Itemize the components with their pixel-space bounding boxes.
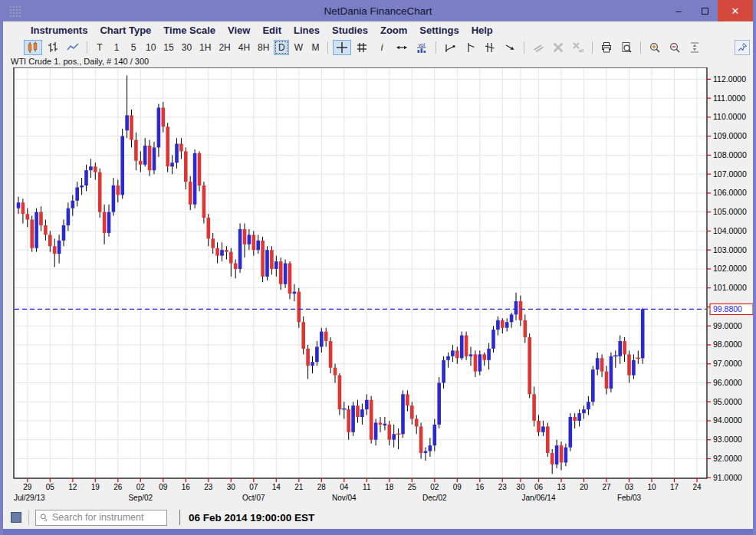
timescale-10m-button[interactable]: 10 xyxy=(143,40,159,55)
delete-line-icon[interactable] xyxy=(549,40,567,55)
svg-text:04: 04 xyxy=(340,483,349,491)
pin-panel-icon[interactable] xyxy=(735,40,750,55)
svg-text:24: 24 xyxy=(692,483,702,491)
x-axis: 2905121926020916233007142128041118250209… xyxy=(14,478,702,502)
svg-text:25: 25 xyxy=(408,483,417,491)
scroll-horizontal-icon[interactable] xyxy=(393,40,411,55)
svg-text:27: 27 xyxy=(602,483,611,491)
menu-item-view[interactable]: View xyxy=(222,25,256,36)
svg-text:Sep/02: Sep/02 xyxy=(128,494,153,502)
parallel-lines-tool-icon[interactable] xyxy=(529,40,547,55)
info-icon[interactable]: i xyxy=(373,40,391,55)
timescale-1m-button[interactable]: 1 xyxy=(109,40,124,55)
svg-text:14: 14 xyxy=(272,483,281,491)
candlestick-chart-icon[interactable] xyxy=(24,40,42,55)
timescale-daily-button[interactable]: D xyxy=(274,40,289,55)
zoom-out-icon[interactable] xyxy=(666,40,684,55)
bar-chart-icon[interactable] xyxy=(44,40,62,55)
menu-item-chart-type[interactable]: Chart Type xyxy=(94,25,157,36)
search-icon xyxy=(39,513,49,523)
timescale-8h-button[interactable]: 8H xyxy=(255,40,272,55)
current-price-label: 99.8800 xyxy=(710,304,753,314)
menu-item-edit[interactable]: Edit xyxy=(256,25,288,36)
crosshair-icon[interactable] xyxy=(333,40,351,55)
timescale-1h-button[interactable]: 1H xyxy=(196,40,214,55)
connection-status-icon[interactable] xyxy=(11,512,21,523)
print-icon[interactable] xyxy=(597,40,616,55)
vertical-line-tool-icon[interactable] xyxy=(461,40,479,55)
svg-text:20: 20 xyxy=(580,483,589,491)
window-bottom-border xyxy=(3,529,753,535)
svg-text:110.0000: 110.0000 xyxy=(713,112,746,121)
timescale-4h-button[interactable]: 4H xyxy=(235,40,253,55)
svg-text:19: 19 xyxy=(91,483,100,491)
trend-line-tool-icon[interactable] xyxy=(441,40,459,55)
toolbar-separator xyxy=(640,41,641,54)
timescale-weekly-button[interactable]: W xyxy=(291,40,306,55)
menu-item-zoom[interactable]: Zoom xyxy=(374,25,413,36)
menu-item-settings[interactable]: Settings xyxy=(413,25,465,36)
svg-text:Dec/02: Dec/02 xyxy=(422,494,447,502)
svg-text:10: 10 xyxy=(647,483,656,491)
statusbar-separator xyxy=(28,510,29,525)
svg-text:112.0000: 112.0000 xyxy=(713,74,746,84)
svg-text:30: 30 xyxy=(516,483,525,491)
statusbar-separator-2 xyxy=(179,510,181,525)
candlestick-chart[interactable]: 91.000092.000093.000094.000095.000096.00… xyxy=(9,67,754,506)
timescale-monthly-button[interactable]: M xyxy=(307,40,323,55)
minimize-button[interactable]: – xyxy=(666,0,692,21)
grid-toggle-icon[interactable] xyxy=(353,40,371,55)
svg-text:Jan/06/14: Jan/06/14 xyxy=(522,494,556,502)
close-button[interactable]: ✕ xyxy=(718,0,753,21)
last-update-timestamp: 06 Feb 2014 19:00:00 EST xyxy=(189,512,314,524)
svg-text:02: 02 xyxy=(430,483,439,491)
svg-text:96.0000: 96.0000 xyxy=(713,378,742,387)
svg-text:23: 23 xyxy=(204,483,213,491)
svg-text:97.0000: 97.0000 xyxy=(713,359,742,368)
instrument-search-box[interactable] xyxy=(35,510,167,526)
timescale-30m-button[interactable]: 30 xyxy=(179,40,195,55)
menu-item-lines[interactable]: Lines xyxy=(288,25,326,36)
toolbar: T151015301H2H4H8HDWMivolall xyxy=(3,38,753,57)
menu-item-instruments[interactable]: Instruments xyxy=(25,25,94,36)
svg-text:103.0000: 103.0000 xyxy=(713,245,747,254)
menu-item-studies[interactable]: Studies xyxy=(326,25,374,36)
line-chart-icon[interactable] xyxy=(64,40,82,55)
menu-item-time-scale[interactable]: Time Scale xyxy=(157,25,222,36)
zoom-in-icon[interactable] xyxy=(646,40,664,55)
delete-all-lines-icon[interactable]: all xyxy=(569,40,587,55)
timescale-15m-button[interactable]: 15 xyxy=(160,40,176,55)
app-window: NetDania FinanceChart – ✕ InstrumentsCha… xyxy=(0,0,756,535)
svg-text:23: 23 xyxy=(498,483,508,491)
svg-text:02: 02 xyxy=(136,483,146,491)
status-bar: 06 Feb 2014 19:00:00 EST xyxy=(3,506,753,529)
svg-text:09: 09 xyxy=(453,483,462,491)
svg-text:13: 13 xyxy=(557,483,566,491)
svg-text:11: 11 xyxy=(363,483,371,491)
svg-text:17: 17 xyxy=(670,483,679,491)
search-input[interactable] xyxy=(52,512,176,523)
svg-text:92.0000: 92.0000 xyxy=(713,454,742,463)
svg-text:99.0000: 99.0000 xyxy=(713,321,742,330)
timescale-tick-button[interactable]: T xyxy=(92,40,107,55)
svg-text:Feb/03: Feb/03 xyxy=(617,494,642,502)
arrow-tool-icon[interactable] xyxy=(501,40,519,55)
svg-text:28: 28 xyxy=(317,483,327,491)
menu-item-help[interactable]: Help xyxy=(465,25,499,36)
svg-text:30: 30 xyxy=(227,483,236,491)
svg-text:106.0000: 106.0000 xyxy=(713,188,747,197)
timescale-2h-button[interactable]: 2H xyxy=(215,40,233,55)
maximize-button[interactable] xyxy=(692,0,718,21)
svg-text:Jul/29/13: Jul/29/13 xyxy=(14,494,45,502)
svg-text:94.0000: 94.0000 xyxy=(713,415,742,425)
svg-text:21: 21 xyxy=(294,483,304,491)
timescale-5m-button[interactable]: 5 xyxy=(126,40,141,55)
svg-text:109.0000: 109.0000 xyxy=(713,131,747,140)
toolbar-separator xyxy=(524,41,524,54)
svg-text:09: 09 xyxy=(159,483,168,491)
fit-vertical-icon[interactable] xyxy=(685,40,704,55)
toolbar-separator xyxy=(592,41,593,54)
print-preview-icon[interactable] xyxy=(617,40,636,55)
channel-tool-icon[interactable] xyxy=(481,40,499,55)
volume-icon[interactable]: vol xyxy=(413,40,431,55)
